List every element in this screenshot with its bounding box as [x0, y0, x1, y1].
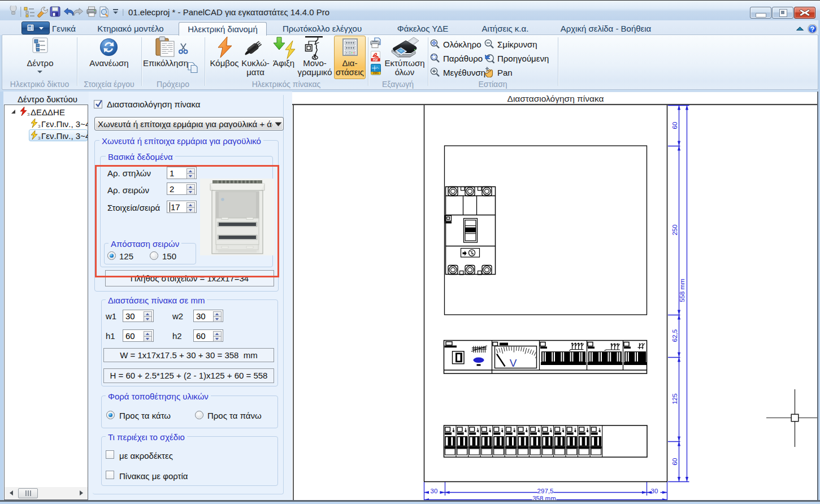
- svg-text:297,5: 297,5: [537, 488, 554, 494]
- svg-text:62,5: 62,5: [671, 329, 678, 342]
- svg-text:558 mm: 558 mm: [679, 279, 685, 302]
- svg-text:30: 30: [431, 488, 438, 494]
- svg-text:3: 3: [27, 112, 30, 117]
- svg-text:PDF: PDF: [373, 59, 379, 62]
- svg-text:3: 3: [38, 124, 41, 129]
- svg-text:60: 60: [671, 458, 678, 466]
- svg-text:30: 30: [651, 488, 658, 494]
- svg-text:3: 3: [38, 136, 41, 141]
- svg-text:?: ?: [810, 25, 815, 33]
- svg-text:125: 125: [671, 393, 678, 404]
- svg-text:DWG: DWG: [372, 72, 379, 75]
- svg-text:V: V: [510, 357, 517, 369]
- svg-text:60: 60: [671, 122, 678, 129]
- svg-text:Διαστασιολόγηση πίνακα: Διαστασιολόγηση πίνακα: [507, 94, 604, 103]
- svg-text:250: 250: [671, 224, 678, 235]
